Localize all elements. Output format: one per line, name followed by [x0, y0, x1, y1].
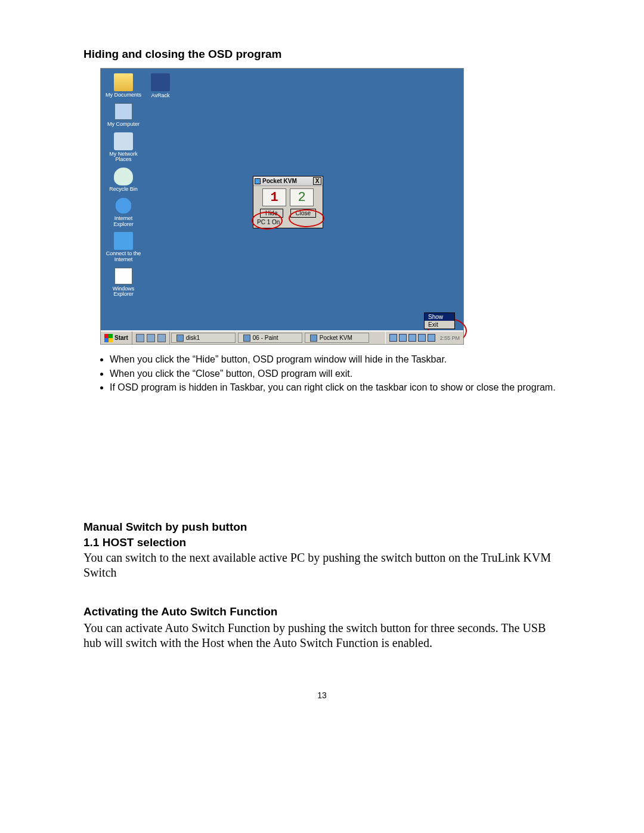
tray-icon[interactable] [428, 334, 435, 342]
quick-launch-icon[interactable] [147, 334, 155, 342]
desktop-icon-label: My Network Places [104, 151, 143, 163]
tray-icon[interactable] [399, 334, 407, 342]
bullet-item: If OSD program is hidden in Taskbar, you… [110, 381, 561, 394]
subheading-host-selection: 1.1 HOST selection [83, 536, 561, 549]
pocket-kvm-title-text: Pocket KVM [262, 178, 297, 184]
pc-status-label: PC 1 On [256, 219, 320, 225]
tray-context-menu: Show Exit [424, 312, 455, 329]
desktop-icon-label: Windows Explorer [104, 286, 143, 298]
heading-hiding-closing: Hiding and closing the OSD program [83, 48, 561, 61]
desktop-icon-label: My Documents [104, 92, 143, 98]
taskbar-item-label: Pocket KVM [320, 335, 352, 341]
desktop-icon-network-places[interactable]: My Network Places [104, 132, 143, 163]
bullet-list: When you click the “Hide” button, OSD pr… [110, 353, 561, 394]
desktop-icon-label: AvRack [146, 92, 175, 98]
taskbar-item-label: 06 - Paint [253, 335, 278, 341]
pocket-kvm-dialog: Pocket KVM X 1 2 Hide Close PC 1 On [253, 176, 323, 228]
bullet-item: When you click the “Close” button, OSD p… [110, 367, 561, 380]
hide-button[interactable]: Hide [260, 209, 283, 218]
para-auto-switch: You can activate Auto Switch Function by… [83, 621, 561, 651]
taskbar-item-pocket-kvm[interactable]: Pocket KVM [305, 333, 369, 343]
pc-2-button[interactable]: 2 [290, 188, 314, 206]
quick-launch-icon[interactable] [136, 334, 144, 342]
page-number: 13 [0, 690, 644, 700]
folder-icon [177, 335, 184, 342]
desktop-icon-column: My Documents My Computer My Network Plac… [104, 73, 143, 298]
tray-menu-exit[interactable]: Exit [425, 321, 454, 329]
desktop-icon-recycle-bin[interactable]: Recycle Bin [104, 168, 143, 192]
taskbar-item-label: disk1 [186, 335, 200, 341]
avrack-icon [151, 73, 170, 91]
document-page: Hiding and closing the OSD program My Do… [83, 48, 561, 655]
connect-icon [114, 232, 133, 250]
ie-icon [114, 197, 133, 215]
tray-menu-show[interactable]: Show [425, 313, 454, 321]
pocket-kvm-body: 1 2 Hide Close PC 1 On [253, 186, 323, 228]
tray-icon[interactable] [408, 334, 416, 342]
desktop-icon-windows-explorer[interactable]: Windows Explorer [104, 267, 143, 298]
app-icon [310, 335, 317, 342]
desktop-icon-label: My Computer [104, 122, 143, 127]
taskbar-item-disk1[interactable]: disk1 [171, 333, 236, 343]
pocket-kvm-title: Pocket KVM [255, 178, 297, 184]
start-button[interactable]: Start [101, 332, 132, 344]
heading-manual-switch: Manual Switch by push button [83, 521, 561, 534]
embedded-screenshot: My Documents My Computer My Network Plac… [100, 68, 464, 345]
tray-icon[interactable] [389, 334, 397, 342]
desktop-icon-avrack[interactable]: AvRack [146, 73, 175, 98]
desktop-icon-label: Internet Explorer [104, 216, 143, 227]
quick-launch [132, 332, 170, 344]
taskbar: Start disk1 06 - Paint Pocket KVM [101, 330, 463, 344]
window-close-x-button[interactable]: X [313, 177, 321, 185]
close-button[interactable]: Close [290, 209, 317, 218]
taskbar-item-paint[interactable]: 06 - Paint [238, 333, 302, 343]
paint-icon [243, 335, 250, 342]
desktop-icon-my-documents[interactable]: My Documents [104, 73, 143, 98]
computer-icon [114, 103, 133, 120]
system-tray: 2:55 PM [385, 332, 463, 344]
windows-logo-icon [104, 334, 113, 342]
bullet-item: When you click the “Hide” button, OSD pr… [110, 353, 561, 366]
recycle-bin-icon [114, 168, 133, 185]
network-icon [114, 132, 133, 150]
pc-1-button[interactable]: 1 [262, 188, 286, 206]
quick-launch-icon[interactable] [157, 334, 166, 342]
explorer-icon [114, 267, 133, 285]
desktop-icon-my-computer[interactable]: My Computer [104, 103, 143, 127]
desktop-icon-internet-explorer[interactable]: Internet Explorer [104, 197, 143, 227]
para-host-selection: You can switch to the next available act… [83, 550, 561, 580]
start-button-label: Start [114, 335, 128, 341]
desktop-icon-connect-internet[interactable]: Connect to the Internet [104, 232, 143, 262]
heading-auto-switch: Activating the Auto Switch Function [83, 605, 561, 618]
app-icon [255, 178, 261, 184]
folder-icon [114, 73, 133, 91]
tray-icon[interactable] [418, 334, 426, 342]
desktop-icon-label: Connect to the Internet [104, 251, 143, 262]
desktop-icon-label: Recycle Bin [104, 187, 143, 192]
pocket-kvm-titlebar[interactable]: Pocket KVM X [253, 176, 323, 186]
taskbar-clock: 2:55 PM [437, 335, 460, 341]
